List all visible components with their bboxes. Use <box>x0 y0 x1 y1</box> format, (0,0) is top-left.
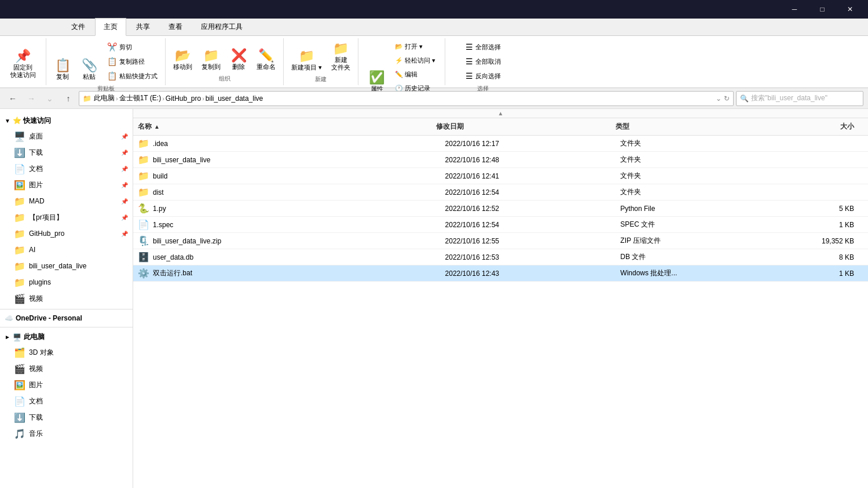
search-box[interactable]: 🔍 搜索"bili_user_data_live" <box>736 91 863 106</box>
select-items: ☰ 全部选择 ☰ 全部取消 ☰ 反向选择 <box>463 41 504 82</box>
videos-quick-label: 视频 <box>29 294 43 304</box>
sidebar-item-downloads[interactable]: ⬇️ 下载 📌 <box>0 144 133 161</box>
crumb-bili[interactable]: bili_user_data_live <box>206 94 263 103</box>
paste-shortcut-button[interactable]: 📋 粘贴快捷方式 <box>104 70 160 82</box>
pin-to-quick-access-button[interactable]: 📌 固定到快速访问 <box>8 48 39 81</box>
paste-icon: 📎 <box>82 59 97 72</box>
file-row-db[interactable]: 🗄️ user_data.db 2022/10/16 12:53 DB 文件 8… <box>133 249 868 265</box>
sidebar-item-bili[interactable]: 📁 bili_user_data_live <box>0 258 133 274</box>
onedrive-header[interactable]: ☁️ OneDrive - Personal <box>0 312 133 325</box>
thispc-label-icon: 🖥️ <box>13 333 21 341</box>
copy-path-button[interactable]: 📋 复制路径 <box>104 55 160 68</box>
file-row-spec[interactable]: 📄 1.spec 2022/10/16 12:54 SPEC 文件 1 KB <box>133 217 868 233</box>
documents-label: 文档 <box>29 164 43 174</box>
sidebar-item-pictures-pc[interactable]: 🖼️ 图片 <box>0 377 133 393</box>
sidebar-item-music[interactable]: 🎵 音乐 <box>0 425 133 442</box>
up-button[interactable]: ↑ <box>60 90 76 107</box>
recent-locations-button[interactable]: ⌄ <box>42 90 58 107</box>
crumb-pc[interactable]: 此电脑 <box>94 93 115 103</box>
sidebar-item-pr[interactable]: 📁 【pr项目】 📌 <box>0 209 133 225</box>
videos-quick-icon: 🎬 <box>14 293 25 304</box>
sidebar-item-videos-pc[interactable]: 🎬 视频 <box>0 360 133 377</box>
ribbon-group-new: 📁 新建项目 ▾ 📁 新建文件夹 新建 <box>284 38 358 85</box>
col-header-date[interactable]: 修改日期 <box>436 122 615 132</box>
copy-button[interactable]: 📋 复制 <box>51 57 74 82</box>
build-folder-icon: 📁 <box>138 170 149 182</box>
select-none-button[interactable]: ☰ 全部取消 <box>463 55 504 68</box>
sidebar-item-ai[interactable]: 📁 AI <box>0 242 133 258</box>
minimize-button[interactable]: ─ <box>781 0 808 19</box>
delete-button[interactable]: ❌ 删除 <box>227 48 250 72</box>
file-row-build[interactable]: 📁 build 2022/10/16 12:41 文件夹 <box>133 168 868 184</box>
address-bar[interactable]: 📁 此电脑 › 金士顿1T (E:) › GitHub_pro › bili_u… <box>79 91 734 106</box>
move-to-button[interactable]: 📂 移动到 <box>170 48 195 72</box>
crumb-drive[interactable]: 金士顿1T (E:) <box>119 93 161 103</box>
sidebar-item-documents[interactable]: 📄 文档 📌 <box>0 161 133 177</box>
easy-access-button[interactable]: ⚡ 轻松访问 ▾ <box>392 54 438 67</box>
ai-icon: 📁 <box>14 245 25 256</box>
sidebar-item-github[interactable]: 📁 GitHub_pro 📌 <box>0 225 133 242</box>
organize-items: 📂 移动到 📁 复制到 ❌ 删除 ✏️ 重命名 <box>170 41 279 72</box>
pin-pictures: 📌 <box>121 182 128 188</box>
invert-selection-button[interactable]: ☰ 反向选择 <box>463 70 504 82</box>
open-button[interactable]: 📂 打开 ▾ <box>392 41 438 53</box>
copy-to-button[interactable]: 📁 复制到 <box>199 48 224 72</box>
tab-share[interactable]: 共享 <box>127 18 159 35</box>
close-button[interactable]: ✕ <box>837 0 863 19</box>
thispc-header[interactable]: ► 🖥️ 此电脑 <box>0 330 133 344</box>
col-header-name[interactable]: 名称 ▲ <box>138 122 436 132</box>
sidebar-divider-1 <box>0 309 133 309</box>
build-type: 文件夹 <box>620 171 766 181</box>
rename-button[interactable]: ✏️ 重命名 <box>254 48 279 72</box>
copy-icon: 📋 <box>55 59 71 72</box>
file-row-zip[interactable]: 🗜️ bili_user_data_live.zip 2022/10/16 12… <box>133 233 868 249</box>
refresh-button[interactable]: ↻ <box>724 94 730 103</box>
tab-file[interactable]: 文件 <box>63 18 94 35</box>
select-all-button[interactable]: ☰ 全部选择 <box>463 41 504 53</box>
crumb-github[interactable]: GitHub_pro <box>166 94 201 103</box>
edit-button[interactable]: ✏️ 编辑 <box>392 68 438 81</box>
copy-to-icon: 📁 <box>203 49 219 62</box>
sort-indicator-row: ▲ <box>133 109 868 118</box>
idea-type: 文件夹 <box>620 139 766 148</box>
col-header-type[interactable]: 类型 <box>616 122 765 132</box>
col-header-size[interactable]: 大小 <box>764 122 863 132</box>
sidebar-item-pictures[interactable]: 🖼️ 图片 📌 <box>0 177 133 193</box>
forward-button[interactable]: → <box>23 90 39 107</box>
tab-app-tools[interactable]: 应用程序工具 <box>192 18 251 35</box>
thispc-label: 此电脑 <box>24 332 45 342</box>
sidebar-item-desktop[interactable]: 🖥️ 桌面 📌 <box>0 128 133 144</box>
ribbon-tabs: 文件 主页 共享 查看 应用程序工具 <box>0 19 868 36</box>
address-bar-expand[interactable]: ⌄ <box>716 94 721 103</box>
maximize-button[interactable]: □ <box>809 0 836 19</box>
sidebar-item-documents-pc[interactable]: 📄 文档 <box>0 393 133 409</box>
new-items: 📁 新建项目 ▾ 📁 新建文件夹 <box>288 41 353 73</box>
py-size: 5 KB <box>767 205 863 213</box>
new-item-button[interactable]: 📁 新建项目 ▾ <box>288 48 325 73</box>
plugins-label: plugins <box>29 278 51 286</box>
sidebar-item-downloads-pc[interactable]: ⬇️ 下载 <box>0 409 133 425</box>
spec-type: SPEC 文件 <box>620 220 766 230</box>
sidebar-item-plugins[interactable]: 📁 plugins <box>0 274 133 290</box>
back-button[interactable]: ← <box>5 90 21 107</box>
new-folder-button[interactable]: 📁 新建文件夹 <box>328 41 353 73</box>
sort-arrow: ▲ <box>498 110 504 116</box>
sidebar-item-mad[interactable]: 📁 MAD 📌 <box>0 193 133 209</box>
quick-access-header[interactable]: ▼ ⭐ 快速访问 <box>0 114 133 128</box>
file-list: ▲ 名称 ▲ 修改日期 类型 大小 📁 .idea 2022/10/16 12:… <box>133 109 868 488</box>
file-row-idea[interactable]: 📁 .idea 2022/10/16 12:17 文件夹 <box>133 136 868 152</box>
file-row-bili[interactable]: 📁 bili_user_data_live 2022/10/16 12:48 文… <box>133 152 868 168</box>
pin-pr: 📌 <box>121 214 128 221</box>
tab-view[interactable]: 查看 <box>160 18 191 35</box>
paste-button[interactable]: 📎 粘贴 <box>78 57 101 82</box>
cut-button[interactable]: ✂️ 剪切 <box>104 41 160 53</box>
file-row-dist[interactable]: 📁 dist 2022/10/16 12:54 文件夹 <box>133 184 868 201</box>
select-all-label: 全部选择 <box>475 43 501 52</box>
tab-home[interactable]: 主页 <box>95 18 126 36</box>
main-layout: ▼ ⭐ 快速访问 🖥️ 桌面 📌 ⬇️ 下载 📌 📄 文档 📌 🖼️ 图片 📌 … <box>0 109 868 488</box>
sidebar-item-3d[interactable]: 🗂️ 3D 对象 <box>0 344 133 360</box>
file-row-bat[interactable]: ⚙️ 双击运行.bat 2022/10/16 12:43 Windows 批处理… <box>133 265 868 282</box>
pictures-pc-icon: 🖼️ <box>14 380 25 391</box>
sidebar-item-videos-quick[interactable]: 🎬 视频 <box>0 290 133 307</box>
file-row-py[interactable]: 🐍 1.py 2022/10/16 12:52 Python File 5 KB <box>133 201 868 217</box>
